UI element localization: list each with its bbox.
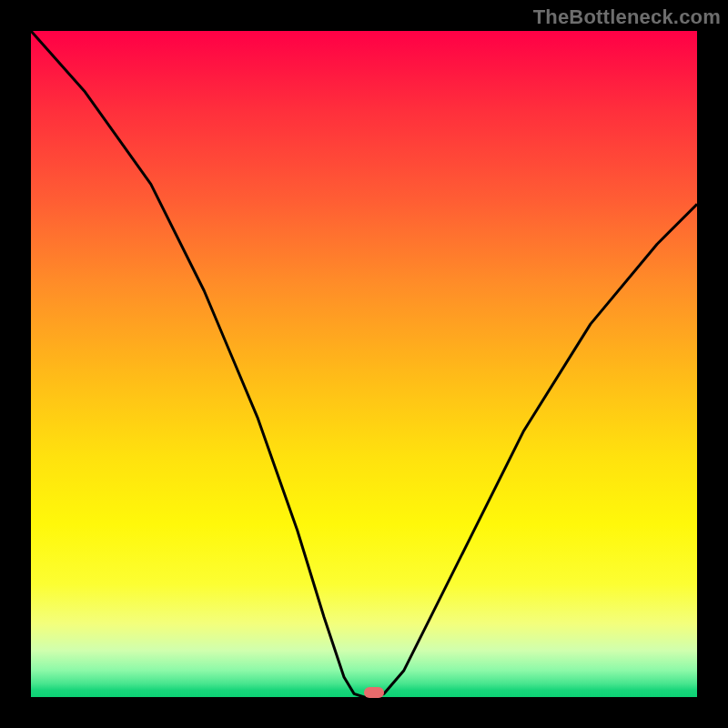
chart-container: TheBottleneck.com: [0, 0, 728, 728]
bottleneck-curve: [31, 31, 697, 697]
plot-area: [31, 31, 697, 697]
optimal-marker: [364, 687, 384, 698]
curve-svg: [31, 31, 697, 697]
watermark-text: TheBottleneck.com: [533, 5, 721, 29]
